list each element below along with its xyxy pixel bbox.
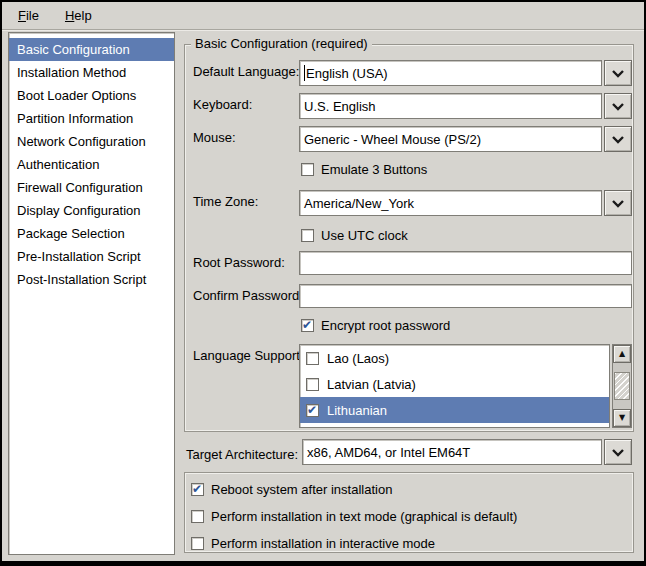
language-label: Lithuanian — [327, 403, 387, 418]
section-list[interactable]: Basic Configuration Installation Method … — [8, 32, 175, 555]
target-architecture-value: x86, AMD64, or Intel EM64T — [307, 445, 470, 460]
sidebar-item[interactable]: Boot Loader Options — [9, 84, 174, 107]
keyboard-combo[interactable]: U.S. English — [299, 93, 602, 119]
chevron-down-icon — [611, 448, 625, 457]
installation-options-group: Reboot system after installation Perform… — [184, 472, 634, 553]
language-list-item[interactable]: Latvian (Latvia) — [300, 371, 609, 397]
sidebar-item[interactable]: Package Selection — [9, 222, 174, 245]
default-language-label: Default Language: — [193, 64, 299, 79]
language-label: Lao (Laos) — [327, 351, 389, 366]
default-language-dropdown-button[interactable] — [604, 60, 632, 86]
scroll-up-icon[interactable]: ▲ — [613, 345, 631, 363]
sidebar-item[interactable]: Display Configuration — [9, 199, 174, 222]
checkbox-box[interactable] — [306, 352, 319, 365]
checkbox-box[interactable] — [191, 510, 204, 523]
sidebar-item-label: Installation Method — [17, 65, 126, 80]
reboot-after-install-label: Reboot system after installation — [211, 482, 392, 497]
text-cursor — [304, 65, 305, 81]
checkbox-box[interactable] — [306, 404, 319, 417]
mouse-value: Generic - Wheel Mouse (PS/2) — [304, 132, 481, 147]
sidebar-item[interactable]: Partition Information — [9, 107, 174, 130]
default-language-value: English (USA) — [306, 66, 388, 81]
root-password-field[interactable] — [299, 251, 632, 275]
checkbox-box[interactable] — [306, 378, 319, 391]
chevron-down-icon — [611, 69, 625, 78]
sidebar-item[interactable]: Basic Configuration — [9, 38, 174, 61]
sidebar-item[interactable]: Authentication — [9, 153, 174, 176]
language-list-item[interactable]: Lithuanian — [300, 397, 609, 423]
menu-file[interactable]: File — [10, 5, 47, 26]
mouse-combo[interactable]: Generic - Wheel Mouse (PS/2) — [299, 126, 602, 152]
language-list-item[interactable]: Lao (Laos) — [300, 345, 609, 371]
keyboard-value: U.S. English — [304, 99, 376, 114]
sidebar-item-label: Boot Loader Options — [17, 88, 136, 103]
text-mode-checkbox[interactable]: Perform installation in text mode (graph… — [191, 508, 517, 525]
sidebar-item[interactable]: Pre-Installation Script — [9, 245, 174, 268]
chevron-down-icon — [611, 102, 625, 111]
time-zone-combo[interactable]: America/New_York — [299, 190, 602, 216]
target-architecture-dropdown-button[interactable] — [604, 439, 632, 465]
group-title: Basic Configuration (required) — [191, 36, 372, 52]
use-utc-clock-checkbox[interactable]: Use UTC clock — [301, 227, 408, 244]
reboot-after-install-checkbox[interactable]: Reboot system after installation — [191, 481, 392, 498]
default-language-combo[interactable]: English (USA) — [299, 60, 602, 86]
keyboard-label: Keyboard: — [193, 97, 252, 112]
checkbox-box[interactable] — [301, 319, 314, 332]
checkbox-box[interactable] — [301, 229, 314, 242]
sidebar-item-label: Authentication — [17, 157, 99, 172]
interactive-mode-checkbox[interactable]: Perform installation in interactive mode — [191, 535, 435, 552]
language-label: Latvian (Latvia) — [327, 377, 416, 392]
scrollbar-trough[interactable] — [613, 363, 631, 409]
menu-help[interactable]: Help — [57, 5, 100, 26]
target-architecture-combo[interactable]: x86, AMD64, or Intel EM64T — [302, 439, 602, 465]
sidebar-item-label: Network Configuration — [17, 134, 146, 149]
sidebar-item-label: Firewall Configuration — [17, 180, 143, 195]
sidebar-item-label: Display Configuration — [17, 203, 141, 218]
scroll-down-icon[interactable]: ▼ — [613, 409, 631, 427]
checkbox-box[interactable] — [191, 537, 204, 550]
encrypt-root-password-label: Encrypt root password — [321, 318, 450, 333]
use-utc-clock-label: Use UTC clock — [321, 228, 408, 243]
sidebar-item-label: Package Selection — [17, 226, 125, 241]
root-password-label: Root Password: — [193, 255, 285, 270]
time-zone-value: America/New_York — [304, 196, 414, 211]
target-architecture-label: Target Architecture: — [186, 447, 298, 462]
menu-bar: File Help — [2, 2, 644, 30]
sidebar-item-label: Partition Information — [17, 111, 133, 126]
time-zone-dropdown-button[interactable] — [604, 190, 632, 216]
sidebar-item[interactable]: Installation Method — [9, 61, 174, 84]
confirm-password-label: Confirm Password: — [193, 288, 303, 303]
encrypt-root-password-checkbox[interactable]: Encrypt root password — [301, 317, 450, 334]
mouse-dropdown-button[interactable] — [604, 126, 632, 152]
sidebar-item[interactable]: Network Configuration — [9, 130, 174, 153]
language-list-scrollbar[interactable]: ▲ ▼ — [612, 344, 632, 428]
text-mode-label: Perform installation in text mode (graph… — [211, 509, 517, 524]
sidebar-item[interactable]: Post-Installation Script — [9, 268, 174, 291]
sidebar-item[interactable]: Firewall Configuration — [9, 176, 174, 199]
language-list-item[interactable]: Macedonian — [300, 423, 609, 428]
mouse-label: Mouse: — [193, 130, 236, 145]
time-zone-label: Time Zone: — [193, 194, 258, 209]
language-support-label: Language Support: — [193, 348, 304, 363]
basic-configuration-group: Basic Configuration (required) Default L… — [184, 44, 634, 432]
checkbox-box[interactable] — [191, 483, 204, 496]
scrollbar-thumb[interactable] — [614, 372, 630, 400]
checkbox-box[interactable] — [301, 163, 314, 176]
sidebar-item-label: Basic Configuration — [17, 42, 130, 57]
keyboard-dropdown-button[interactable] — [604, 93, 632, 119]
emulate-3-buttons-label: Emulate 3 Buttons — [321, 162, 427, 177]
chevron-down-icon — [611, 135, 625, 144]
sidebar-item-label: Post-Installation Script — [17, 272, 146, 287]
sidebar-item-label: Pre-Installation Script — [17, 249, 141, 264]
language-support-list[interactable]: Lao (Laos) Latvian (Latvia) Lithuanian — [299, 344, 610, 428]
chevron-down-icon — [611, 199, 625, 208]
emulate-3-buttons-checkbox[interactable]: Emulate 3 Buttons — [301, 161, 427, 178]
interactive-mode-label: Perform installation in interactive mode — [211, 536, 435, 551]
confirm-password-field[interactable] — [299, 284, 632, 308]
kickstart-configurator-window: File Help Basic Configuration Installati… — [0, 0, 646, 566]
